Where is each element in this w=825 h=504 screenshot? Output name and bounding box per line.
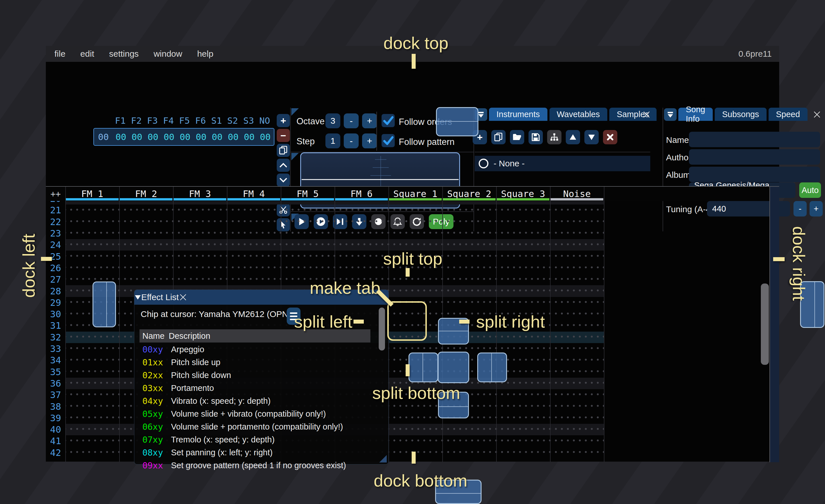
row-number: 31: [46, 320, 65, 331]
orders-remove-button[interactable]: −: [277, 129, 290, 142]
order-cell[interactable]: 00: [225, 132, 241, 142]
menu-item-settings[interactable]: settings: [109, 49, 139, 59]
author-field[interactable]: [689, 149, 820, 165]
instruments-close-button[interactable]: [640, 108, 653, 121]
channel-header-square-1[interactable]: Square 1: [388, 187, 442, 201]
name-label: Name: [666, 135, 689, 145]
channel-header-fm-1[interactable]: FM 1: [65, 187, 119, 201]
pattern-corner-button[interactable]: ++: [46, 187, 65, 201]
tri-up-icon: [569, 133, 577, 142]
instrument-list-item[interactable]: - None -: [475, 156, 650, 171]
name-field[interactable]: [689, 132, 820, 147]
effect-code: 00xy: [142, 344, 171, 354]
row-number: 39: [46, 413, 65, 424]
instrument-folders-button[interactable]: [547, 130, 561, 144]
step-value[interactable]: 1: [325, 134, 340, 148]
annotation-split-top: split top: [383, 249, 443, 269]
orders-row[interactable]: 0000000000000000000000: [93, 128, 275, 146]
tuning-plus-button[interactable]: +: [810, 201, 823, 217]
order-cell[interactable]: 00: [193, 132, 209, 142]
menu-item-file[interactable]: file: [55, 49, 65, 59]
step-plus-button[interactable]: +: [362, 134, 377, 148]
channel-header-square-2[interactable]: Square 2: [442, 187, 496, 201]
effect-row[interactable]: 06xyVolume slide + portamento (compatibi…: [140, 420, 380, 433]
tuning-minus-button[interactable]: -: [794, 201, 807, 217]
orders-move-down-button[interactable]: [277, 174, 290, 187]
dock-top-target[interactable]: [436, 107, 478, 136]
effect-row[interactable]: 02xxPitch slide down: [140, 369, 380, 382]
annotation-split-bottom: split bottom: [372, 383, 460, 403]
menu-item-window[interactable]: window: [154, 49, 182, 59]
order-cell[interactable]: 00: [177, 132, 193, 142]
song-tab-song-info[interactable]: Song Info: [678, 108, 713, 121]
instrument-move-up-button[interactable]: [566, 130, 580, 144]
channel-header-fm-2[interactable]: FM 2: [119, 187, 173, 201]
instrument-delete-button[interactable]: [603, 130, 617, 144]
order-cell[interactable]: 00: [161, 132, 177, 142]
annotation-line: [405, 364, 409, 376]
instruments-tab-wavetables[interactable]: Wavetables: [549, 108, 607, 121]
controls-divider: [376, 112, 377, 151]
effect-row[interactable]: 07xyTremolo (x: speed; y: depth): [140, 433, 380, 446]
effect-row[interactable]: 08xySet panning (x: left; y: right): [140, 446, 380, 459]
octave-minus-button[interactable]: -: [344, 113, 359, 128]
order-cell[interactable]: 00: [257, 132, 273, 142]
split-left-target[interactable]: [408, 352, 438, 382]
effect-row[interactable]: 00xyArpeggio: [140, 343, 380, 356]
instrument-save-button[interactable]: [528, 130, 543, 144]
auto-button[interactable]: Auto: [799, 182, 821, 198]
channel-header-fm-3[interactable]: FM 3: [173, 187, 227, 201]
channel-header-noise[interactable]: Noise: [550, 187, 604, 201]
effect-row[interactable]: 05xyVolume slide + vibrato (compatibilit…: [140, 408, 380, 420]
radio-icon: [479, 159, 489, 168]
split-right-target[interactable]: [477, 352, 507, 382]
effect-row[interactable]: 04xyVibrato (x: speed; y: depth): [140, 395, 380, 408]
close-icon[interactable]: [642, 110, 651, 119]
effect-row[interactable]: 01xxPitch slide up: [140, 356, 380, 369]
effect-description: Vibrato (x: speed; y: depth): [171, 396, 271, 406]
pattern-scrollbar-thumb[interactable]: [761, 283, 769, 365]
dock-left-target[interactable]: [92, 281, 116, 327]
make-tab-target[interactable]: [438, 352, 469, 383]
channel-header-square-3[interactable]: Square 3: [496, 187, 550, 201]
menu-item-help[interactable]: help: [197, 49, 213, 59]
close-icon[interactable]: [813, 110, 821, 119]
octave-plus-button[interactable]: +: [362, 113, 377, 128]
orders-move-up-button[interactable]: [277, 159, 290, 172]
order-cell[interactable]: 00: [209, 132, 225, 142]
instruments-tab-instruments[interactable]: Instruments: [489, 108, 547, 121]
order-cell[interactable]: 00: [241, 132, 257, 142]
effect-row[interactable]: 03xxPortamento: [140, 382, 380, 395]
fx-collapse-icon: [134, 294, 141, 301]
album-field[interactable]: [689, 167, 820, 182]
channel-color-bar: [443, 198, 496, 200]
order-cell[interactable]: 00: [113, 132, 129, 142]
follow-orders-checkbox[interactable]: [382, 114, 395, 127]
order-cell[interactable]: 00: [129, 132, 145, 142]
follow-pattern-checkbox[interactable]: [382, 134, 395, 147]
song-info-collapse-button[interactable]: [664, 108, 677, 121]
resize-grip[interactable]: [379, 455, 387, 463]
order-cell[interactable]: 00: [145, 132, 161, 142]
song-tab-subsongs[interactable]: Subsongs: [715, 108, 766, 121]
pattern-scrollbar-track[interactable]: [770, 187, 779, 462]
check-icon: [382, 115, 394, 126]
orders-add-button[interactable]: +: [277, 114, 290, 127]
close-icon[interactable]: [179, 293, 188, 302]
channel-header-fm-5[interactable]: FM 5: [281, 187, 334, 201]
instrument-move-down-button[interactable]: [584, 130, 599, 144]
effect-description: Set panning (x: left; y: right): [171, 448, 273, 457]
channel-header-fm-6[interactable]: FM 6: [334, 187, 388, 201]
row-number: 23: [46, 228, 65, 239]
instrument-open-button[interactable]: [510, 130, 524, 144]
instrument-duplicate-button[interactable]: [491, 130, 506, 144]
menu-item-edit[interactable]: edit: [80, 49, 94, 59]
step-minus-button[interactable]: -: [344, 134, 359, 148]
octave-value[interactable]: 3: [325, 113, 340, 128]
channel-header-fm-4[interactable]: FM 4: [227, 187, 281, 201]
save-icon: [531, 133, 540, 142]
effect-row[interactable]: 09xxSet groove pattern (speed 1 if no gr…: [140, 459, 380, 472]
song-info-close-button[interactable]: [811, 108, 823, 121]
song-tab-speed[interactable]: Speed: [768, 108, 808, 121]
orders-duplicate-button[interactable]: [277, 144, 290, 157]
